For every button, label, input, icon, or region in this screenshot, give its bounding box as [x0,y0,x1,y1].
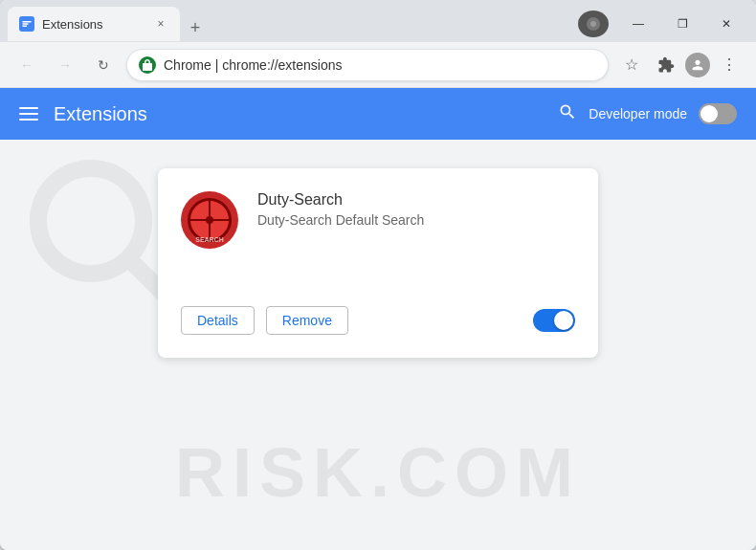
developer-mode-label: Developer mode [589,106,687,121]
secure-icon [139,56,156,74]
header-right-controls: Developer mode [558,102,737,126]
maximize-button[interactable]: ❐ [660,9,704,39]
tab-title: Extensions [42,17,145,32]
address-text: Chrome | chrome://extensions [164,57,596,73]
tab-close-button[interactable]: × [153,16,168,32]
close-button[interactable]: ✕ [704,9,748,39]
tab-favicon [19,16,34,32]
extension-logo-label: SEARCH [195,236,224,243]
reload-button[interactable]: ↻ [88,50,119,80]
address-domain: Chrome | [164,57,222,73]
extensions-button[interactable] [651,50,681,80]
window-controls: — ❐ ✕ [616,9,748,39]
extension-description: Duty-Search Default Search [257,212,424,228]
profile-avatar[interactable] [685,53,710,77]
bookmark-button[interactable]: ☆ [616,50,647,80]
svg-point-0 [38,168,144,274]
cast-icon [578,11,609,37]
minimize-button[interactable]: — [616,9,660,39]
tab-strip: Extensions × + [8,7,567,41]
extensions-header: Extensions Developer mode [0,88,756,140]
browser-window: Extensions × + — ❐ ✕ ← → ↻ [0,0,756,550]
extension-card-bottom: Details Remove [181,306,575,335]
developer-mode-toggle[interactable] [699,103,737,124]
extension-card-top: SEARCH Duty-Search Duty-Search Default S… [181,191,575,249]
remove-button[interactable]: Remove [266,306,348,335]
new-tab-button[interactable]: + [182,14,209,41]
content-area: RISK.COM SEARCH D [0,140,756,550]
extension-name: Duty-Search [257,191,424,209]
title-bar: Extensions × + — ❐ ✕ [0,0,756,42]
browser-toolbar: ← → ↻ Chrome | chrome://extensions ☆ [0,42,756,88]
menu-button[interactable]: ⋮ [714,50,745,80]
extension-logo: SEARCH [181,191,238,249]
back-button[interactable]: ← [11,50,42,80]
watermark-text: RISK.COM [175,433,581,512]
extension-info: Duty-Search Duty-Search Default Search [257,191,424,228]
extension-enable-toggle[interactable] [533,309,575,332]
forward-button[interactable]: → [50,50,80,80]
active-tab[interactable]: Extensions × [8,7,180,41]
extension-card: SEARCH Duty-Search Duty-Search Default S… [158,168,598,358]
page-title: Extensions [54,103,543,125]
search-button[interactable] [558,102,577,126]
menu-hamburger-button[interactable] [19,107,38,121]
address-bar[interactable]: Chrome | chrome://extensions [126,49,609,81]
toolbar-icons: ☆ ⋮ [616,50,745,80]
details-button[interactable]: Details [181,306,255,335]
watermark-magnifier [29,159,172,306]
address-path: chrome://extensions [222,57,342,73]
